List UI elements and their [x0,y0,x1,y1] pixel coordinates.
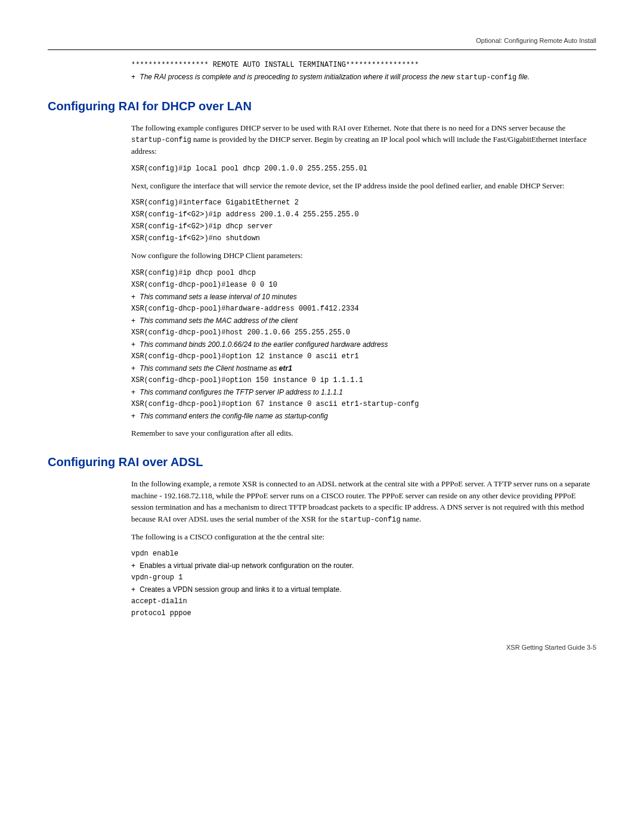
plus-icon: + [131,364,135,373]
s2-p1b: name. [401,514,422,523]
s1-cmd4: XSR(config-if<G2>)#ip dhcp server [131,221,596,232]
s1-note7-text: This command sets a lease interval of 10… [140,293,296,301]
s1-note10b: etr1 [279,364,292,373]
s1-p1b: name is provided by the DHCP server. Beg… [131,135,587,156]
intro-note-text1: The RAI process is complete and is preoc… [140,73,456,81]
s1-cmd10: XSR(config-dhcp-pool)#option 12 instance… [131,351,596,362]
plus-icon: + [131,293,135,301]
s1-p1a: The following example configures DHCP se… [131,123,565,132]
plus-icon: + [131,316,135,325]
plus-icon: + [131,412,135,420]
s1-p1-mono: startup-config [131,136,191,144]
section1-p4: Remember to save your configuration afte… [131,427,596,439]
s1-note9-text: This command binds 200.1.0.66/24 to the … [140,340,388,349]
s2-cmd2: vpdn-group 1 [131,572,596,583]
s1-cmd5: XSR(config-if<G2>)#no shutdown [131,233,596,244]
s1-cmd8: XSR(config-dhcp-pool)#hardware-address 0… [131,303,596,314]
s1-note7: + This command sets a lease interval of … [131,291,596,302]
s1-note8: + This command sets the MAC address of t… [131,315,596,326]
plus-icon: + [131,585,135,594]
s1-cmd3: XSR(config-if<G2>)#ip address 200.1.0.4 … [131,209,596,220]
s2-note2-text: Creates a VPDN session group and links i… [140,585,341,594]
section1-p3: Now configure the following DHCP Client … [131,250,596,262]
s1-cmd9: XSR(config-dhcp-pool)#host 200.1.0.66 25… [131,327,596,338]
page-header-right: Optional: Configuring Remote Auto Instal… [48,36,596,49]
s2-note1: + Enables a virtual private dial-up netw… [131,560,596,571]
section2-content: In the following example, a remote XSR i… [131,478,596,619]
s1-cmd11: XSR(config-dhcp-pool)#option 150 instanc… [131,375,596,386]
plus-icon: + [131,561,135,570]
s1-cmd12: XSR(config-dhcp-pool)#option 67 instance… [131,399,596,409]
s1-note12: + This command enters the config-file na… [131,411,596,421]
s1-cmd6: XSR(config)#ip dhcp pool dhcp [131,268,596,278]
terminating-line: ****************** REMOTE AUTO INSTALL T… [131,60,596,70]
s1-note9: + This command binds 200.1.0.66/24 to th… [131,339,596,350]
s1-note10: + This command sets the Client hostname … [131,363,596,374]
intro-note-mono: startup-config [456,73,516,82]
s1-cmd1: XSR(config)#ip local pool dhcp 200.1.0.0… [131,163,596,174]
s2-cmd3: accept-dialin [131,596,596,607]
section1-content: The following example configures DHCP se… [131,122,596,439]
s1-note12-text: This command enters the config-file name… [140,412,327,420]
plus-icon: + [131,73,135,81]
section1-p2: Next, configure the interface that will … [131,180,596,192]
s1-note11: + This command configures the TFTP serve… [131,387,596,398]
page-footer: XSR Getting Started Guide 3-5 [48,643,596,653]
section1-p1: The following example configures DHCP se… [131,122,596,157]
section1-heading: Configuring RAI for DHCP over LAN [48,97,596,115]
intro-note-text2: file. [516,73,530,81]
s1-note10a: This command sets the Client hostname as [140,364,278,373]
plus-icon: + [131,340,135,349]
s1-cmd7: XSR(config-dhcp-pool)#lease 0 0 10 [131,280,596,290]
s2-cmd1: vpdn enable [131,548,596,559]
section2-heading: Configuring RAI over ADSL [48,453,596,471]
s2-note1-text: Enables a virtual private dial-up networ… [140,561,354,570]
section2-p1: In the following example, a remote XSR i… [131,478,596,525]
s2-p1-mono: startup-config [340,516,401,524]
s1-cmd2: XSR(config)#interface GigabitEthernet 2 [131,197,596,208]
s2-note2: + Creates a VPDN session group and links… [131,584,596,595]
intro-block: ****************** REMOTE AUTO INSTALL T… [131,60,596,83]
header-rule [48,49,596,50]
s2-cmd4: protocol pppoe [131,608,596,619]
section2-p2: The following is a CISCO configuration a… [131,531,596,543]
s1-note11-text: This command configures the TFTP server … [140,388,343,396]
intro-note: + The RAI process is complete and is pre… [131,72,596,83]
s1-note8-text: This command sets the MAC address of the… [140,316,298,325]
plus-icon: + [131,388,135,396]
